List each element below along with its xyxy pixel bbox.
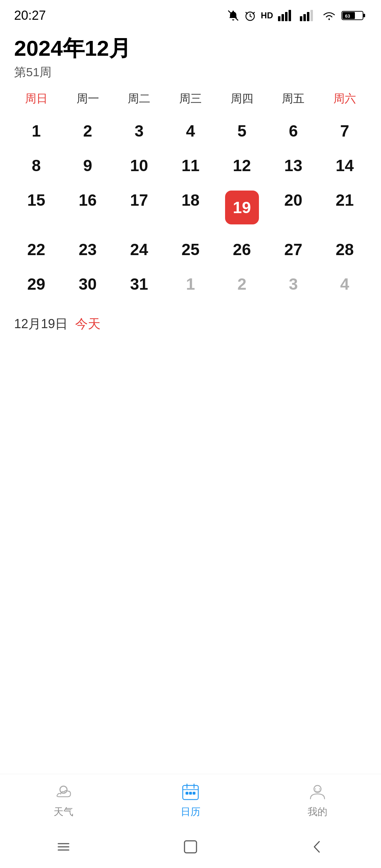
weather-icon [53,781,74,802]
home-button[interactable] [178,834,203,859]
menu-button[interactable] [51,834,76,859]
day-cell[interactable]: 27 [268,232,319,267]
calendar-icon [180,781,201,802]
system-nav [0,826,381,868]
day-cell[interactable]: 14 [319,148,370,183]
day-cell[interactable]: 15 [11,183,62,232]
weekday-header-row: 周日 周一 周二 周三 周四 周五 周六 [11,88,370,110]
day-cell[interactable]: 12 [216,148,268,183]
weekday-thu: 周四 [216,88,268,110]
bottom-nav: 天气 日历 我的 [0,774,381,826]
svg-point-14 [60,786,67,793]
days-grid: 1234567891011121314151617181920212223242… [11,114,370,301]
day-cell[interactable]: 7 [319,114,370,148]
svg-rect-7 [303,14,306,21]
svg-point-23 [315,789,316,790]
battery-icon: 63 [341,9,367,22]
weekday-sun: 周日 [11,88,62,110]
hd-icon: HD [261,11,273,20]
weekday-mon: 周一 [62,88,114,110]
signal2-icon [299,9,317,22]
day-cell[interactable]: 2 [216,267,268,301]
weekday-tue: 周二 [113,88,165,110]
svg-text:63: 63 [345,13,350,19]
weekday-sat: 周六 [319,88,370,110]
day-cell[interactable]: 1 [165,267,216,301]
svg-rect-28 [185,841,196,853]
day-cell[interactable]: 22 [11,232,62,267]
day-cell[interactable]: 21 [319,183,370,232]
event-date: 12月19日 [14,317,68,331]
day-cell[interactable]: 3 [113,114,165,148]
svg-rect-8 [307,12,309,21]
day-cell[interactable]: 10 [113,148,165,183]
day-cell[interactable]: 4 [165,114,216,148]
nav-weather-label: 天气 [54,805,73,819]
wifi-icon [321,9,337,22]
svg-rect-11 [363,14,365,17]
day-cell[interactable]: 4 [319,267,370,301]
day-cell[interactable]: 9 [62,148,114,183]
day-cell[interactable]: 17 [113,183,165,232]
status-icons: HD 63 [227,9,367,22]
day-cell[interactable]: 1 [11,114,62,148]
day-cell[interactable]: 19 [216,183,268,232]
svg-rect-19 [186,792,188,795]
week-number: 第51周 [14,64,367,80]
svg-point-24 [319,789,320,790]
day-cell[interactable]: 16 [62,183,114,232]
month-title: 2024年12月 [14,35,367,61]
signal-icon [277,9,295,22]
day-cell[interactable]: 18 [165,183,216,232]
weekday-wed: 周三 [165,88,216,110]
day-cell[interactable]: 25 [165,232,216,267]
day-cell[interactable]: 13 [268,148,319,183]
alarm-icon [244,9,256,22]
day-cell[interactable]: 24 [113,232,165,267]
svg-rect-4 [285,12,288,21]
svg-rect-9 [310,10,313,21]
svg-rect-2 [278,16,280,21]
day-cell[interactable]: 11 [165,148,216,183]
status-time: 20:27 [14,8,46,23]
event-section: 12月19日 今天 [0,301,381,340]
day-cell[interactable]: 20 [268,183,319,232]
day-cell[interactable]: 2 [62,114,114,148]
day-cell[interactable]: 8 [11,148,62,183]
day-cell[interactable]: 23 [62,232,114,267]
svg-rect-20 [189,792,192,795]
day-cell[interactable]: 26 [216,232,268,267]
calendar-grid: 周日 周一 周二 周三 周四 周五 周六 1234567891011121314… [0,88,381,301]
nav-mine-label: 我的 [308,805,327,819]
nav-mine[interactable]: 我的 [307,781,328,819]
notification-muted-icon [227,9,240,22]
day-cell[interactable]: 6 [268,114,319,148]
nav-calendar[interactable]: 日历 [180,781,201,819]
day-cell[interactable]: 3 [268,267,319,301]
day-cell[interactable]: 30 [62,267,114,301]
today-label: 今天 [75,317,101,331]
svg-rect-5 [289,10,291,21]
back-button[interactable] [305,834,330,859]
nav-weather[interactable]: 天气 [53,781,74,819]
nav-calendar-label: 日历 [181,805,200,819]
status-bar: 20:27 HD [0,0,381,28]
svg-rect-6 [300,16,302,21]
weekday-fri: 周五 [268,88,319,110]
day-cell[interactable]: 29 [11,267,62,301]
svg-rect-21 [193,792,195,795]
calendar-header: 2024年12月 第51周 [0,28,381,80]
day-cell[interactable]: 31 [113,267,165,301]
svg-rect-3 [282,14,284,21]
mine-icon [307,781,328,802]
day-cell[interactable]: 28 [319,232,370,267]
day-cell[interactable]: 5 [216,114,268,148]
